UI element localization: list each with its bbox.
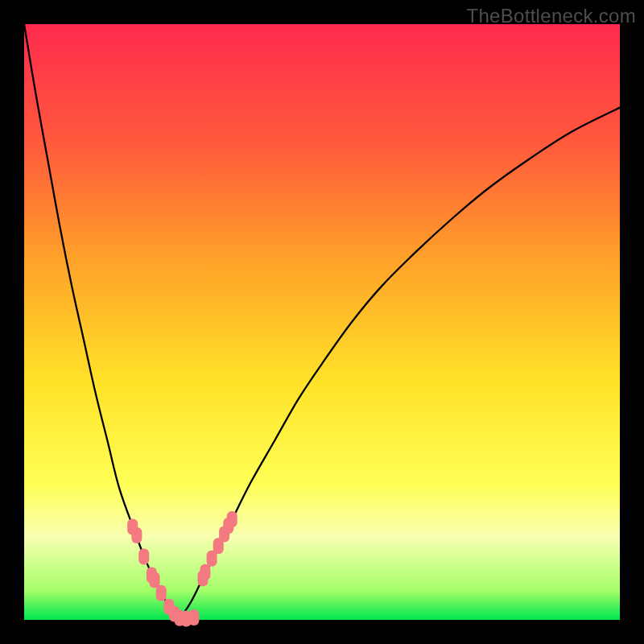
data-marker (138, 549, 149, 565)
data-marker (188, 609, 199, 625)
curve-left-branch (24, 24, 179, 620)
data-marker (156, 585, 167, 601)
data-marker (200, 564, 210, 580)
curve-right-branch (179, 108, 620, 620)
data-marker (150, 572, 160, 588)
marker-group (127, 511, 237, 627)
data-marker (131, 527, 142, 543)
chart-overlay (24, 24, 620, 620)
watermark-text: TheBottleneck.com (466, 5, 636, 27)
chart-frame: TheBottleneck.com (0, 0, 644, 644)
data-marker (227, 511, 237, 527)
curve-group (24, 24, 620, 620)
